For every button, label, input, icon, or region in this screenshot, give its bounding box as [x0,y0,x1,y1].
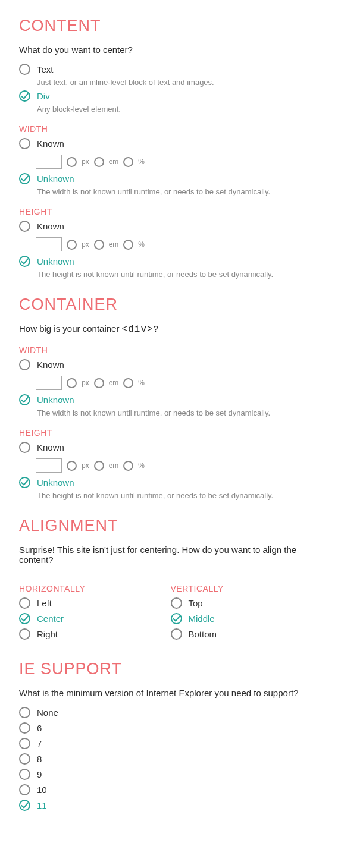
option-label: Div [37,90,322,102]
radio-icon [19,221,30,232]
option-ie-7[interactable]: 7 [19,737,322,750]
option-label: Top [189,597,203,609]
option-label: Known [37,441,64,454]
option-align-top[interactable]: Top [171,597,323,609]
radio-checked-icon [171,613,182,624]
unit-radio-pct[interactable] [123,157,133,167]
radio-icon [19,769,30,780]
option-desc: The width is not known until runtime, or… [37,408,322,417]
unit-radio-em[interactable] [94,378,104,388]
unit-label-pct: % [138,158,145,166]
option-ie-8[interactable]: 8 [19,753,322,765]
section-content-heading: CONTENT [19,17,322,35]
option-label: Bottom [189,628,217,640]
unit-label-px: px [82,379,89,387]
radio-checked-icon [19,477,30,488]
container-question-code: <div> [122,324,154,335]
option-align-left[interactable]: Left [19,597,171,609]
option-label: 10 [37,784,47,796]
option-container-width-unknown[interactable]: Unknown The width is not known until run… [19,394,322,417]
radio-checked-icon [19,173,30,184]
unit-radio-px[interactable] [67,461,77,471]
option-ie-9[interactable]: 9 [19,768,322,781]
option-align-middle[interactable]: Middle [171,612,323,625]
section-container-heading: CONTAINER [19,295,322,314]
option-ie-11[interactable]: 11 [19,799,322,812]
unit-label-px: px [82,240,89,249]
option-label: Unknown [37,476,322,489]
option-content-width-unknown[interactable]: Unknown The width is not known until run… [19,172,322,196]
radio-icon [19,753,30,765]
unit-radio-px[interactable] [67,157,77,167]
unit-label-pct: % [138,240,145,249]
alignment-vertical-heading: VERTICALLY [171,584,323,593]
content-height-input[interactable] [36,237,62,251]
option-align-right[interactable]: Right [19,628,171,640]
option-content-div[interactable]: Div Any block-level element. [19,90,322,114]
option-desc: The height is not known until runtime, o… [37,270,322,279]
container-height-heading: HEIGHT [19,428,322,438]
option-label: Right [37,628,58,640]
option-container-height-unknown[interactable]: Unknown The height is not known until ru… [19,476,322,500]
option-container-width-known[interactable]: Known [19,358,322,371]
radio-icon [19,359,30,370]
unit-label-em: em [109,379,119,387]
option-label: 11 [37,799,47,812]
option-label: 8 [37,753,42,765]
option-ie-10[interactable]: 10 [19,784,322,796]
unit-radio-pct[interactable] [123,461,133,471]
option-desc: The width is not known until runtime, or… [37,187,322,196]
option-ie-6[interactable]: 6 [19,722,322,734]
option-container-height-known[interactable]: Known [19,441,322,454]
option-content-text[interactable]: Text Just text, or an inline-level block… [19,63,322,87]
unit-label-px: px [82,461,89,470]
option-content-height-known[interactable]: Known [19,220,322,232]
radio-icon [19,628,30,640]
option-align-center[interactable]: Center [19,612,171,625]
radio-icon [171,628,182,640]
radio-icon [19,738,30,749]
alignment-horizontal-heading: HORIZONTALLY [19,584,171,593]
unit-label-pct: % [138,461,145,470]
option-content-height-unknown[interactable]: Unknown The height is not known until ru… [19,255,322,279]
option-ie-none[interactable]: None [19,706,322,719]
radio-checked-icon [19,800,30,811]
content-width-unit-row: px em % [36,155,322,169]
radio-icon [19,64,30,75]
container-width-input[interactable] [36,376,62,390]
container-height-input[interactable] [36,458,62,473]
option-label: Center [37,612,64,625]
unit-radio-em[interactable] [94,157,104,167]
option-label: Middle [189,612,215,625]
container-width-heading: WIDTH [19,345,322,355]
alignment-question: Surprise! This site isn't just for cente… [19,545,322,565]
container-width-unit-row: px em % [36,376,322,390]
container-question: How big is your container <div>? [19,323,322,335]
option-align-bottom[interactable]: Bottom [171,628,323,640]
radio-icon [19,722,30,734]
option-desc: Any block-level element. [37,105,322,114]
option-label: Known [37,137,64,150]
radio-icon [19,597,30,609]
option-label: None [37,706,58,719]
container-question-post: ? [154,323,158,334]
content-question: What do you want to center? [19,45,322,55]
option-label: Known [37,358,64,371]
option-label: 9 [37,768,42,781]
option-label: 6 [37,722,42,734]
unit-radio-em[interactable] [94,240,104,250]
radio-checked-icon [19,90,30,102]
option-content-width-known[interactable]: Known [19,137,322,150]
unit-label-em: em [109,240,119,249]
unit-radio-pct[interactable] [123,378,133,388]
unit-radio-px[interactable] [67,240,77,250]
radio-checked-icon [19,256,30,267]
radio-icon [19,138,30,149]
content-width-input[interactable] [36,155,62,169]
option-desc: The height is not known until runtime, o… [37,491,322,500]
unit-radio-px[interactable] [67,378,77,388]
unit-label-pct: % [138,379,145,387]
option-label: 7 [37,737,42,750]
unit-radio-pct[interactable] [123,240,133,250]
unit-radio-em[interactable] [94,461,104,471]
